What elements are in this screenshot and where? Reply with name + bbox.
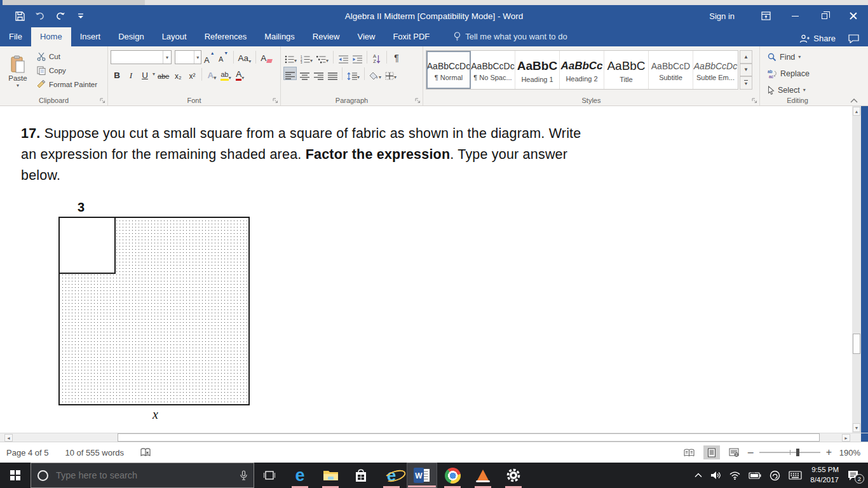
- taskbar-settings[interactable]: [498, 463, 529, 488]
- wifi-icon[interactable]: [729, 471, 740, 480]
- restore-button[interactable]: [810, 5, 839, 27]
- undo-icon[interactable]: [34, 10, 46, 22]
- taskbar-clock[interactable]: 9:55 PM 8/4/2017: [810, 465, 839, 485]
- task-view-button[interactable]: [254, 463, 285, 488]
- start-button[interactable]: [0, 463, 31, 488]
- tell-me-box[interactable]: Tell me what you want to do: [447, 27, 573, 46]
- grow-font-button[interactable]: A▲: [203, 51, 216, 64]
- style-heading-1[interactable]: AaBbC Heading 1: [515, 51, 560, 89]
- font-size-dropdown-caret[interactable]: ▾: [194, 51, 201, 64]
- tab-layout[interactable]: Layout: [153, 27, 196, 46]
- page-indicator[interactable]: Page 4 of 5: [6, 448, 49, 458]
- multilevel-list-button[interactable]: ▾: [315, 50, 330, 64]
- vertical-scrollbar[interactable]: ▲ ▼: [852, 106, 861, 433]
- search-input[interactable]: [55, 470, 234, 481]
- format-painter-button[interactable]: Format Painter: [37, 79, 97, 90]
- horizontal-scroll-thumb[interactable]: [118, 433, 820, 442]
- close-button[interactable]: [839, 5, 868, 27]
- underline-button[interactable]: U: [139, 67, 151, 81]
- style-title[interactable]: AaBbC Title: [604, 51, 649, 89]
- tab-review[interactable]: Review: [304, 27, 349, 46]
- find-button[interactable]: Find ▾: [768, 50, 832, 64]
- select-button[interactable]: Select ▾: [768, 83, 832, 97]
- sign-in-button[interactable]: Sign in: [693, 11, 751, 21]
- share-button[interactable]: Share: [799, 34, 844, 43]
- print-layout-icon[interactable]: [703, 445, 720, 459]
- style-no-spacing[interactable]: AaBbCcDc ¶ No Spac...: [471, 51, 515, 89]
- change-case-button[interactable]: Aa▾: [237, 51, 253, 64]
- subscript-button[interactable]: x₂: [172, 67, 184, 81]
- ribbon-display-options-icon[interactable]: [751, 5, 780, 27]
- increase-indent-button[interactable]: [351, 50, 363, 64]
- strikethrough-button[interactable]: abe: [156, 67, 170, 81]
- taskbar-internet-explorer[interactable]: e: [376, 463, 407, 488]
- font-dialog-launcher[interactable]: [273, 98, 278, 104]
- zoom-level[interactable]: 190%: [837, 448, 860, 458]
- battery-icon[interactable]: [749, 472, 761, 479]
- clipboard-dialog-launcher[interactable]: [100, 98, 105, 104]
- style-subtle-emphasis[interactable]: AaBbCcDc Subtle Em...: [693, 51, 738, 89]
- web-layout-icon[interactable]: [726, 445, 742, 459]
- taskbar-search-box[interactable]: [31, 463, 254, 488]
- customize-qat-icon[interactable]: [75, 10, 86, 22]
- decrease-indent-button[interactable]: [337, 50, 349, 64]
- bold-button[interactable]: B: [111, 67, 123, 81]
- style-subtitle[interactable]: AaBbCcD Subtitle: [649, 51, 693, 89]
- taskbar-edge[interactable]: e: [285, 463, 315, 488]
- tab-references[interactable]: References: [196, 27, 255, 46]
- taskbar-store[interactable]: [346, 463, 376, 488]
- zoom-out-button[interactable]: –: [748, 447, 754, 458]
- tab-foxit-pdf[interactable]: Foxit PDF: [384, 27, 438, 46]
- scroll-up-icon[interactable]: ▲: [853, 107, 860, 116]
- underline-dropdown-caret[interactable]: ▾: [153, 72, 155, 77]
- paragraph-dialog-launcher[interactable]: [415, 98, 421, 104]
- zoom-slider[interactable]: [759, 452, 820, 453]
- redo-icon[interactable]: [55, 10, 66, 22]
- styles-scroll-down-icon[interactable]: ▼: [740, 64, 752, 77]
- vertical-scroll-thumb[interactable]: [853, 334, 860, 354]
- font-color-button[interactable]: A▾: [234, 67, 247, 81]
- scroll-left-icon[interactable]: ◄: [4, 434, 13, 442]
- zoom-in-button[interactable]: +: [826, 447, 832, 458]
- sort-button[interactable]: AZ: [370, 50, 383, 64]
- taskbar-word[interactable]: W: [407, 463, 437, 488]
- styles-gallery-expand-icon[interactable]: ▼: [740, 76, 752, 90]
- minimize-button[interactable]: [780, 5, 810, 27]
- scroll-right-icon[interactable]: ►: [842, 434, 850, 442]
- bullets-button[interactable]: ▾: [283, 50, 298, 64]
- highlight-button[interactable]: ab▾: [219, 67, 232, 81]
- copy-button[interactable]: Copy: [37, 65, 97, 76]
- align-left-button[interactable]: [283, 67, 297, 80]
- style-normal[interactable]: AaBbCcDc ¶ Normal: [426, 51, 471, 89]
- tab-mailings[interactable]: Mailings: [255, 27, 304, 46]
- tab-insert[interactable]: Insert: [71, 27, 110, 46]
- tab-view[interactable]: View: [348, 27, 384, 46]
- italic-button[interactable]: I: [125, 67, 137, 81]
- tab-file[interactable]: File: [0, 27, 31, 46]
- show-hide-pilcrow-button[interactable]: ¶: [390, 50, 403, 64]
- align-right-button[interactable]: [312, 67, 325, 80]
- comments-icon[interactable]: [848, 34, 868, 43]
- font-size-input[interactable]: [175, 51, 194, 64]
- font-size-combobox[interactable]: ▾: [175, 50, 201, 64]
- tab-design[interactable]: Design: [109, 27, 153, 46]
- align-center-button[interactable]: [298, 67, 311, 80]
- taskbar-chrome[interactable]: [437, 463, 468, 488]
- microphone-icon[interactable]: [240, 470, 247, 480]
- paste-button[interactable]: Paste ▾: [3, 48, 33, 95]
- font-name-input[interactable]: [111, 51, 163, 64]
- borders-button[interactable]: ▾: [384, 67, 398, 80]
- numbering-button[interactable]: 123▾: [299, 50, 314, 64]
- styles-scroll-up-icon[interactable]: ▲: [740, 50, 752, 64]
- superscript-button[interactable]: x²: [186, 67, 198, 81]
- creative-cloud-icon[interactable]: [770, 470, 780, 481]
- word-count[interactable]: 10 of 555 words: [65, 448, 125, 458]
- font-name-combobox[interactable]: ▾: [111, 50, 172, 64]
- scroll-down-icon[interactable]: ▼: [853, 423, 860, 432]
- taskbar-file-explorer[interactable]: [315, 463, 346, 488]
- taskbar-vlc[interactable]: [468, 463, 498, 488]
- speaker-icon[interactable]: [710, 471, 721, 480]
- shading-button[interactable]: ▾: [368, 67, 383, 80]
- tray-expand-chevron-icon[interactable]: [695, 473, 702, 478]
- read-mode-icon[interactable]: [681, 445, 698, 459]
